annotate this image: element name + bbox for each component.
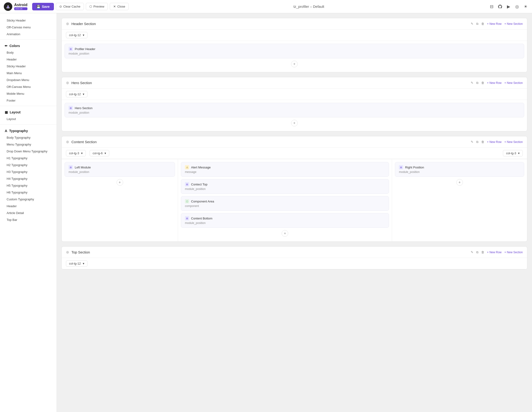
logo-icon <box>4 2 12 11</box>
add-btn-right[interactable]: + <box>456 179 463 186</box>
content-col-dropdown-1[interactable]: col-lg-3 ▾ <box>66 150 86 156</box>
close-button[interactable]: ✕ Close <box>110 3 129 10</box>
preview-button[interactable]: ⬡ Preview <box>86 3 108 10</box>
github-icon[interactable] <box>497 4 503 9</box>
add-btn-center[interactable]: + <box>282 230 288 237</box>
hero-section-card: ⊞ Hero Section module_position <box>65 103 524 117</box>
preview-label: Preview <box>93 5 104 8</box>
sidebar-item-sticky-header[interactable]: Sticky Header <box>0 63 57 70</box>
layout-label: Layout <box>10 110 20 114</box>
divider-3 <box>0 124 57 125</box>
sidebar-item-h2-typography[interactable]: H2 Typography <box>0 162 57 168</box>
header-section-title: ⊕ Header Section <box>66 21 471 26</box>
sidebar-item-body[interactable]: Body <box>0 49 57 56</box>
new-row-header[interactable]: + New Row <box>487 22 502 26</box>
layout-icon[interactable]: ⊟ <box>489 4 494 9</box>
sidebar-item-body-typography[interactable]: Body Typography <box>0 134 57 141</box>
delete-icon-content[interactable]: 🗑 <box>481 140 484 144</box>
sidebar-item-dropdown-menu[interactable]: Dropdown Menu <box>0 77 57 83</box>
hero-module-col: ⊞ Hero Section module_position + <box>62 100 527 131</box>
sidebar-item-layout[interactable]: Layout <box>0 116 57 122</box>
edit-icon-header[interactable]: ✎ <box>471 22 473 26</box>
new-section-content[interactable]: + New Section <box>504 140 523 144</box>
sidebar-item-off-canvas-menu[interactable]: Off-Canvas menu <box>0 24 57 31</box>
sidebar-item-footer[interactable]: Footer <box>0 97 57 104</box>
chevron-1: ▾ <box>81 151 83 155</box>
add-btn-hero[interactable]: + <box>291 120 298 126</box>
sidebar-item-article-detail[interactable]: Article Detail <box>0 210 57 216</box>
top-section-actions: ✎ ⧉ 🗑 + New Row + New Section <box>471 250 523 254</box>
sidebar-item-custom-typography[interactable]: Custom Typography <box>0 196 57 203</box>
edit-icon-hero[interactable]: ✎ <box>471 81 473 85</box>
sidebar-item-mobile-menu[interactable]: Mobile Menu <box>0 90 57 97</box>
top-col-dropdown[interactable]: col-lg-12 ▾ <box>66 260 87 267</box>
copy-icon-content[interactable]: ⧉ <box>476 140 478 144</box>
new-row-hero[interactable]: + New Row <box>487 81 502 85</box>
delete-icon-header[interactable]: 🗑 <box>481 22 484 26</box>
sidebar-item-h1-typography[interactable]: H1 Typography <box>0 155 57 162</box>
header-col-value: col-lg-12 <box>69 33 81 37</box>
sidebar-item-header-typography[interactable]: Header <box>0 203 57 210</box>
delete-icon-top[interactable]: 🗑 <box>481 250 484 254</box>
sidebar-section-colors[interactable]: ✏ Colors <box>0 42 57 49</box>
sidebar-item-header[interactable]: Header <box>0 56 57 63</box>
sidebar-item-h5-typography[interactable]: H5 Typography <box>0 182 57 189</box>
top-section-title: ⊕ Top Section <box>66 250 471 255</box>
content-col-val-1: col-lg-3 <box>69 151 79 155</box>
save-button[interactable]: 💾 Save <box>32 3 54 10</box>
component-area-card: ⬡ Component Area component <box>181 196 389 211</box>
content-col-dropdown-3[interactable]: col-lg-3 ▾ <box>503 150 523 156</box>
sidebar-item-h6-typography[interactable]: H6 Typography <box>0 189 57 196</box>
add-btn-left[interactable]: + <box>117 179 123 186</box>
settings-icon[interactable]: ◎ <box>514 4 520 9</box>
sidebar-section-typography[interactable]: A Typography <box>0 126 57 134</box>
copy-icon-top[interactable]: ⧉ <box>476 250 478 254</box>
layout-grid-icon: ▦ <box>5 110 8 114</box>
sidebar-item-off-canvas-menu-color[interactable]: Off-Canvas Menu <box>0 83 57 90</box>
header-section-label: Header Section <box>71 22 96 26</box>
top-col-value: col-lg-12 <box>69 262 81 265</box>
copy-icon-hero[interactable]: ⧉ <box>476 81 478 85</box>
drag-handle-hero[interactable]: ⊕ <box>66 81 69 85</box>
sidebar-item-animation[interactable]: Animation <box>0 31 57 37</box>
sidebar-item-top-bar[interactable]: Top Bar <box>0 216 57 223</box>
content-col-val-2: col-lg-6 <box>93 151 103 155</box>
new-section-top[interactable]: + New Section <box>504 251 523 254</box>
edit-icon-content[interactable]: ✎ <box>471 140 473 144</box>
preview-icon: ⬡ <box>89 5 92 8</box>
module-icon-hero: ⊞ <box>68 106 73 110</box>
clear-cache-icon: ⊙ <box>59 5 62 8</box>
sidebar-item-main-menu[interactable]: Main Menu <box>0 70 57 77</box>
clear-cache-button[interactable]: ⊙ Clear Cache <box>56 3 84 10</box>
drag-handle-header[interactable]: ⊕ <box>66 21 69 26</box>
header-col-dropdown[interactable]: col-lg-12 ▾ <box>66 32 87 38</box>
header-section-actions: ✎ ⧉ 🗑 + New Row + New Section <box>471 22 523 26</box>
delete-icon-hero[interactable]: 🗑 <box>481 81 484 85</box>
contect-top-sub: module_position <box>185 187 385 191</box>
drag-handle-content[interactable]: ⊕ <box>66 140 69 144</box>
sidebar-item-menu-typography[interactable]: Menu Typography <box>0 141 57 148</box>
alert-message-title: ⚠ Alert Message <box>185 165 385 169</box>
module-icon-left: ⊞ <box>68 165 73 169</box>
sidebar-item-h3-typography[interactable]: H3 Typography <box>0 168 57 175</box>
contect-top-title: ⊞ Contect Top <box>185 182 385 186</box>
new-section-header[interactable]: + New Section <box>504 22 523 26</box>
sidebar-section-layout[interactable]: ▦ Layout <box>0 108 57 116</box>
module-icon-alert: ⚠ <box>185 165 189 169</box>
new-row-top[interactable]: + New Row <box>487 251 502 254</box>
module-icon-content-bottom: ⊞ <box>185 216 189 220</box>
new-section-hero[interactable]: + New Section <box>504 81 523 85</box>
content-col-dropdown-2[interactable]: col-lg-6 ▾ <box>90 150 109 156</box>
youtube-icon[interactable]: ▶ <box>506 4 511 9</box>
sidebar-item-dropdown-menu-typography[interactable]: Drop Down Menu Typography <box>0 148 57 155</box>
content-bottom-sub: module_position <box>185 221 385 225</box>
edit-icon-top[interactable]: ✎ <box>471 250 473 254</box>
hero-col-dropdown[interactable]: col-lg-12 ▾ <box>66 91 87 97</box>
sidebar-item-sticky-header-top[interactable]: Sticky Header <box>0 17 57 24</box>
copy-icon-header[interactable]: ⧉ <box>476 22 478 26</box>
theme-toggle-icon[interactable]: ☀ <box>523 4 528 9</box>
add-btn-header[interactable]: + <box>291 61 298 67</box>
drag-handle-top[interactable]: ⊕ <box>66 250 69 255</box>
new-row-content[interactable]: + New Row <box>487 140 502 144</box>
sidebar-item-h4-typography[interactable]: H4 Typography <box>0 175 57 182</box>
